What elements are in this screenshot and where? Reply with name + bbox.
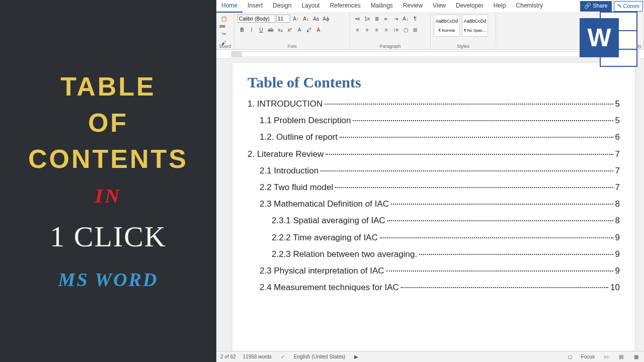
toc-title: Table of Contents (248, 74, 620, 91)
toc-leader (320, 170, 613, 171)
toc-entry[interactable]: 1.2. Outline of report 6 (248, 130, 620, 144)
grow-font-icon[interactable]: A↑ (291, 15, 300, 23)
toc-entry[interactable]: 2.3.1 Spatial averaging of IAC 8 (248, 214, 620, 227)
underline-button[interactable]: U (257, 26, 266, 34)
superscript-button[interactable]: x² (285, 26, 294, 34)
toc-leader (340, 137, 613, 138)
bold-button[interactable]: B (237, 26, 247, 34)
tab-chemistry[interactable]: Chemistry (511, 0, 548, 13)
style-normal[interactable]: AaBbCcDd ¶ Normal (434, 15, 460, 37)
title-line-2: OF (88, 108, 128, 138)
cut-icon[interactable]: ✂ (219, 30, 228, 38)
paragraph-group: •≡ 1≡ ≣ ⇤ ⇥ A↓ ¶ ≡ ≡ ≡ ≡ (350, 13, 431, 49)
toc-entry-page: 5 (615, 114, 620, 127)
document-area[interactable]: Table of Contents 1. INTRODUCTION51.1 Pr… (216, 59, 644, 351)
toc-entry[interactable]: 1. INTRODUCTION5 (248, 97, 620, 111)
toc-entry-page: 7 (615, 147, 620, 161)
tab-developer[interactable]: Developer (451, 0, 489, 13)
toc-entry[interactable]: 2.2.3 Relation between two averaging. 9 (248, 247, 620, 261)
align-center-button[interactable]: ≡ (363, 26, 372, 34)
toc-leader (353, 120, 613, 121)
toc-entry-page: 8 (615, 214, 620, 227)
macro-icon[interactable]: ▶ (352, 353, 360, 361)
clipboard-group: 📋 ste ✂ 🖌 board (216, 13, 234, 49)
sort-button[interactable]: A↓ (401, 15, 410, 23)
show-marks-button[interactable]: ¶ (411, 15, 420, 23)
word-logo: W (580, 9, 640, 69)
toc-leader (391, 204, 613, 205)
toc-entry-label: 2.1 Introduction (260, 164, 318, 177)
clipboard-group-label: board (216, 44, 234, 49)
tab-home[interactable]: Home (216, 0, 243, 13)
numbering-button[interactable]: 1≡ (363, 15, 372, 23)
toc-entry-label: 2.4 Measurement techniques for IAC (260, 281, 399, 294)
toc-entry[interactable]: 2.2.2 Time averaging of IAC 9 (248, 231, 620, 244)
clear-format-icon[interactable]: Aϕ (321, 15, 331, 23)
toc-entry[interactable]: 2. Literature Review7 (248, 147, 620, 161)
focus-icon[interactable]: ◻ (566, 353, 574, 361)
font-group: A↑ A↓ Aa Aϕ B I U ab x₂ x² A (234, 13, 350, 49)
status-focus[interactable]: Focus (581, 354, 595, 359)
tab-layout[interactable]: Layout (296, 0, 325, 13)
paste-label: ste (219, 24, 231, 29)
toc-entry[interactable]: 2.4 Measurement techniques for IAC 10 (248, 281, 620, 294)
status-bar: 2 of 62 11958 words ✓ English (United St… (216, 351, 644, 362)
tab-references[interactable]: References (325, 0, 365, 13)
toc-entry-page: 10 (610, 281, 620, 294)
toc-entry[interactable]: 2.3 Physical interpretation of IAC 9 (248, 264, 620, 278)
status-page[interactable]: 2 of 62 (220, 354, 236, 359)
align-left-button[interactable]: ≡ (353, 26, 362, 34)
web-layout-icon[interactable]: ▦ (632, 353, 640, 361)
borders-button[interactable]: ⊞ (411, 26, 420, 34)
change-case-icon[interactable]: Aa (311, 15, 320, 23)
toc-entry[interactable]: 2.1 Introduction 7 (248, 164, 620, 177)
toc-entry-label: 2. Literature Review (248, 147, 324, 161)
toc-leader (325, 104, 613, 105)
strike-button[interactable]: ab (266, 26, 275, 34)
align-right-button[interactable]: ≡ (372, 26, 381, 34)
font-size-select[interactable] (276, 15, 290, 23)
indent-button[interactable]: ⇥ (391, 15, 400, 23)
tab-mailings[interactable]: Mailings (366, 0, 398, 13)
title-line-5: 1 CLICK (50, 220, 167, 253)
status-words[interactable]: 11958 words (243, 354, 272, 359)
justify-button[interactable]: ≡ (382, 26, 391, 34)
font-color-button[interactable]: A (314, 26, 323, 34)
thumbnail-title-panel: TABLE OF CONTENTS IN 1 CLICK MS WORD (0, 0, 216, 362)
title-line-3: CONTENTS (28, 144, 188, 174)
font-name-select[interactable] (237, 15, 275, 23)
paste-button[interactable]: 📋 (219, 15, 228, 23)
status-language[interactable]: English (United States) (294, 354, 345, 359)
bullets-button[interactable]: •≡ (353, 15, 362, 23)
italic-button[interactable]: I (247, 26, 256, 34)
tab-insert[interactable]: Insert (243, 0, 268, 13)
toc-entry-label: 2.2 Two fluid model (260, 180, 333, 194)
style-no-spacing[interactable]: AaBbCcDd ¶ No Spac... (462, 15, 488, 37)
toc-entry[interactable]: 1.1 Problem Description 5 (248, 114, 620, 127)
toc-entry-page: 9 (615, 247, 620, 261)
tab-view[interactable]: View (428, 0, 451, 13)
highlight-button[interactable]: 🖍 (304, 26, 313, 34)
toc-entry-label: 1.1 Problem Description (260, 114, 351, 127)
styles-group: AaBbCcDd ¶ Normal AaBbCcDd ¶ No Spac... … (431, 13, 496, 49)
text-effects-button[interactable]: A (295, 26, 304, 34)
tab-design[interactable]: Design (268, 0, 296, 13)
toc-entry-page: 9 (615, 264, 620, 278)
shrink-font-icon[interactable]: A↓ (301, 15, 310, 23)
toc-entry-page: 7 (615, 180, 620, 194)
read-mode-icon[interactable]: ▭ (602, 353, 610, 361)
toc-entry-label: 2.2.2 Time averaging of IAC (272, 231, 378, 244)
multilevel-button[interactable]: ≣ (372, 15, 381, 23)
toc-entry[interactable]: 2.3 Mathematical Definition of IAC 8 (248, 197, 620, 211)
subscript-button[interactable]: x₂ (276, 26, 285, 34)
print-layout-icon[interactable]: ▤ (617, 353, 625, 361)
outdent-button[interactable]: ⇤ (382, 15, 391, 23)
spellcheck-icon[interactable]: ✓ (279, 353, 287, 361)
tab-review[interactable]: Review (398, 0, 428, 13)
toc-leader (335, 187, 613, 188)
word-window: Home Insert Design Layout References Mai… (216, 0, 644, 362)
tab-help[interactable]: Help (489, 0, 511, 13)
shading-button[interactable]: ▢ (401, 26, 410, 34)
toc-entry[interactable]: 2.2 Two fluid model 7 (248, 180, 620, 194)
line-spacing-button[interactable]: ↕≡ (391, 26, 400, 34)
